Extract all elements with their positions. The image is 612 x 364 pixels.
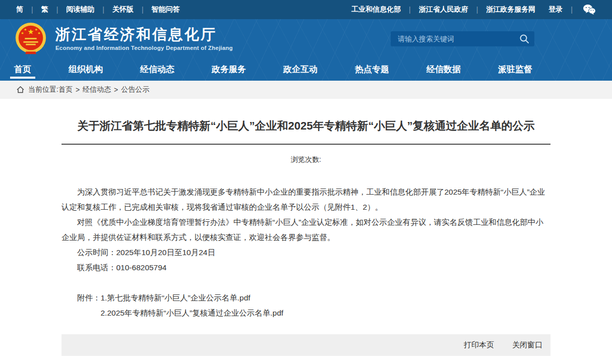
print-button[interactable]: 打印本页 [464,340,494,350]
attachment-link-2[interactable]: 2.2025年专精特新“小巨人”复核通过企业公示名单.pdf [101,309,284,317]
breadcrumb: 当前位置: 首页 > 经信动态 > 公告公示 [0,81,612,99]
breadcrumb-announcements[interactable]: 公告公示 [121,85,149,94]
search-box[interactable] [391,31,534,46]
topbar-separator: | [409,6,411,14]
nav-item-home[interactable]: 首页 [14,58,31,81]
search-input[interactable] [397,34,519,43]
attachment-line-1: 附件：1.第七批专精特新“小巨人”企业公示名单.pdf [62,290,550,306]
topbar-separator: | [102,6,104,14]
nav-item-data[interactable]: 经信数据 [426,58,461,81]
topbar-separator: | [31,6,33,14]
topbar-separator: | [142,6,144,14]
nav-item-gov-services[interactable]: 政务服务 [212,58,246,81]
main-nav: 首页 组织机构 经信动态 政务服务 政企互动 热点专题 经信数据 派驻监督 [0,58,612,81]
topbar-separator: | [476,6,478,14]
home-icon[interactable] [17,86,24,93]
nav-item-supervision[interactable]: 派驻监督 [498,58,532,81]
attachment-link-1[interactable]: 1.第七批专精特新“小巨人”企业公示名单.pdf [101,293,251,302]
topbar-separator: | [56,6,58,14]
lang-traditional-link[interactable]: 繁 [41,5,48,14]
topbar-right-links: 工业和信息化部 | 浙江省人民政府 | 浙江政务服务网 登录 | [351,4,596,15]
site-title: 浙江省经济和信息化厅 [55,26,233,43]
zhejiang-gov-link[interactable]: 浙江省人民政府 [419,5,468,14]
article-container: 关于浙江省第七批专精特新“小巨人”企业和2025年专精特新“小巨人”复核通过企业… [62,117,550,356]
breadcrumb-home[interactable]: 首页 [58,85,73,94]
article-title: 关于浙江省第七批专精特新“小巨人”企业和2025年专精特新“小巨人”复核通过企业… [67,117,545,135]
topbar: 简 | 繁 | 阅读辅助 | 关怀版 | 智能问答 工业和信息化部 | 浙江省人… [0,0,612,19]
nav-item-news[interactable]: 经信动态 [140,58,174,81]
nav-item-organization[interactable]: 组织机构 [69,58,103,81]
site-header: ★ ★ ★ ★ ★ 浙江省经济和信息化厅 Economy and Informa… [0,19,612,58]
svg-text:★: ★ [37,31,40,35]
lang-simplified-link[interactable]: 简 [16,5,23,14]
svg-text:★: ★ [21,31,24,35]
topbar-separator: | [571,6,573,14]
paragraph: 对照《优质中小企业梯度培育管理暂行办法》中专精特新“小巨人”企业认定标准，如对公… [62,215,550,245]
article-footer-bar: 打印本页 关闭窗口 [62,334,550,356]
reading-aid-link[interactable]: 阅读辅助 [66,5,94,14]
miit-link[interactable]: 工业和信息化部 [351,5,401,14]
contact-phone: 联系电话：010-68205794 [62,260,550,275]
topbar-left-links: 简 | 繁 | 阅读辅助 | 关怀版 | 智能问答 [16,5,180,14]
nav-item-interaction[interactable]: 政企互动 [283,58,318,81]
header-area: ★ ★ ★ ★ ★ 浙江省经济和信息化厅 Economy and Informa… [0,19,612,81]
breadcrumb-news[interactable]: 经信动态 [83,85,111,94]
paragraph: 为深入贯彻习近平总书记关于激发涌现更多专精特新中小企业的重要指示批示精神，工业和… [62,185,550,215]
breadcrumb-separator: > [76,86,80,94]
site-subtitle: Economy and Information Technology Depar… [55,45,233,51]
title-divider [62,144,550,145]
svg-text:★: ★ [24,28,27,31]
national-emblem-logo: ★ ★ ★ ★ ★ [13,22,48,57]
article-body: 为深入贯彻习近平总书记关于激发涌现更多专精特新中小企业的重要指示批示精神，工业和… [62,185,550,321]
nav-item-hot-topics[interactable]: 热点专题 [355,58,389,81]
attachments-label: 附件： [77,293,101,302]
view-count: 浏览次数: [62,155,550,164]
close-window-button[interactable]: 关闭窗口 [512,340,542,350]
breadcrumb-separator: > [114,86,118,94]
search-icon[interactable] [519,34,529,44]
login-link[interactable]: 登录 [548,5,563,14]
breadcrumb-location-label: 当前位置: [28,85,58,94]
smart-qa-link[interactable]: 智能问答 [152,5,180,14]
publicity-period: 公示时间：2025年10月20日至10月24日 [62,245,550,260]
site-titles: 浙江省经济和信息化厅 Economy and Information Techn… [55,26,233,51]
svg-text:★: ★ [27,28,34,36]
zhejiang-service-link[interactable]: 浙江政务服务网 [486,5,535,14]
wechat-icon[interactable] [583,4,596,15]
attachment-line-2: 2.2025年专精特新“小巨人”复核通过企业公示名单.pdf [62,306,550,321]
care-version-link[interactable]: 关怀版 [112,5,134,14]
